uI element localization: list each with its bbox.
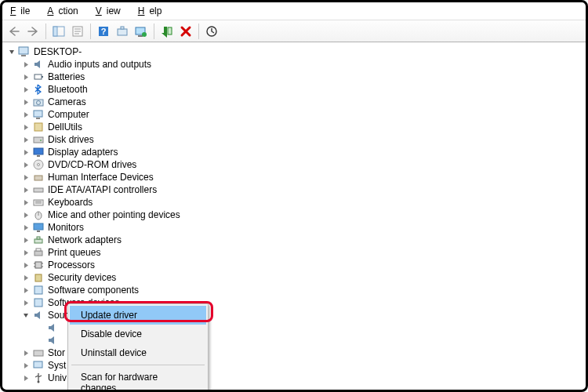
- chevron-right-icon[interactable]: [21, 373, 31, 383]
- properties-button[interactable]: [69, 23, 86, 40]
- svg-rect-29: [37, 155, 40, 157]
- chevron-right-icon[interactable]: [21, 60, 31, 69]
- chevron-right-icon[interactable]: [21, 298, 31, 307]
- chevron-right-icon[interactable]: [21, 122, 31, 132]
- ctx-uninstall-device[interactable]: Uninstall device: [70, 343, 206, 362]
- tree-item[interactable]: Mice and other pointing devices: [4, 209, 584, 221]
- chevron-right-icon[interactable]: [21, 260, 31, 270]
- chevron-right-icon[interactable]: [21, 361, 31, 370]
- security-icon: [32, 271, 45, 284]
- chevron-right-icon[interactable]: [21, 72, 31, 82]
- uninstall-button[interactable]: [177, 23, 194, 40]
- svg-rect-44: [36, 249, 41, 251]
- tree-item[interactable]: Processors: [4, 259, 584, 271]
- tree-item-label: Network adapters: [48, 234, 122, 246]
- scan-button[interactable]: [114, 23, 131, 40]
- tree-item[interactable]: Cameras: [4, 96, 584, 108]
- svg-point-27: [40, 140, 42, 141]
- tree-item[interactable]: Monitors: [4, 221, 584, 234]
- back-button[interactable]: [5, 23, 23, 40]
- svg-rect-20: [42, 76, 43, 78]
- chevron-right-icon[interactable]: [21, 285, 31, 295]
- disk-icon: [32, 133, 45, 146]
- chevron-right-icon[interactable]: [21, 85, 31, 94]
- context-menu: Update driver Disable device Uninstall d…: [67, 303, 209, 392]
- svg-rect-52: [34, 299, 42, 307]
- chevron-right-icon[interactable]: [21, 97, 31, 107]
- tree-item[interactable]: Print queues: [4, 246, 584, 259]
- chevron-right-icon[interactable]: [21, 172, 31, 182]
- enable-button[interactable]: [158, 23, 176, 40]
- ctx-scan-hardware[interactable]: Scan for hardware changes: [70, 368, 206, 392]
- tree-item[interactable]: Disk drives: [4, 133, 584, 146]
- chevron-right-icon[interactable]: [21, 223, 31, 232]
- chevron-right-icon[interactable]: [21, 160, 31, 169]
- tree-item[interactable]: DVD/CD-ROM drives: [4, 158, 584, 171]
- tree-root[interactable]: DESKTOP-: [4, 45, 584, 58]
- chevron-right-icon[interactable]: [21, 210, 31, 220]
- tree-item[interactable]: DellUtils: [4, 121, 584, 133]
- help-button[interactable]: ?: [95, 23, 112, 40]
- tree-item[interactable]: Batteries: [4, 71, 584, 83]
- chevron-right-icon[interactable]: [21, 235, 31, 245]
- menu-view[interactable]: View: [91, 4, 130, 18]
- tree-item-label: Computer: [48, 108, 89, 121]
- chevron-right-icon[interactable]: [21, 348, 31, 358]
- tree-item-label: Display adapters: [48, 146, 118, 158]
- tree-item-label: Univ: [48, 372, 67, 384]
- tree-item[interactable]: Keyboards: [4, 196, 584, 209]
- svg-rect-8: [118, 29, 127, 35]
- chevron-right-icon[interactable]: [21, 273, 31, 282]
- tree-item[interactable]: IDE ATA/ATAPI controllers: [4, 183, 584, 196]
- tree-item-label: Audio inputs and outputs: [48, 58, 151, 71]
- tree-item-label: Stor: [48, 347, 65, 359]
- ctx-separator: [71, 365, 205, 365]
- disable-button[interactable]: [203, 23, 220, 40]
- chevron-right-icon[interactable]: [21, 135, 31, 144]
- tree-root-label: DESKTOP-: [34, 45, 82, 58]
- toolbar: ?: [2, 20, 586, 42]
- ctx-disable-device[interactable]: Disable device: [70, 325, 206, 343]
- tree-item[interactable]: Network adapters: [4, 234, 584, 246]
- chevron-down-icon[interactable]: [21, 310, 31, 320]
- ctx-update-driver[interactable]: Update driver: [70, 306, 206, 325]
- tree-item[interactable]: Display adapters: [4, 146, 584, 158]
- chevron-right-icon[interactable]: [21, 185, 31, 194]
- toolbar-separator: [45, 24, 46, 39]
- tree-item-label: Software components: [48, 284, 139, 296]
- svg-rect-25: [34, 123, 42, 131]
- show-hide-tree-button[interactable]: [50, 23, 67, 40]
- display-icon: [32, 146, 45, 158]
- chevron-right-icon[interactable]: [21, 248, 31, 257]
- menu-help[interactable]: Help: [133, 4, 172, 18]
- update-driver-button[interactable]: [132, 23, 150, 40]
- tree-item[interactable]: Audio inputs and outputs: [4, 58, 584, 71]
- tree-item[interactable]: Bluetooth: [4, 83, 584, 96]
- svg-rect-18: [21, 55, 26, 56]
- chevron-right-icon[interactable]: [21, 147, 31, 157]
- ide-icon: [32, 183, 45, 196]
- tree-item[interactable]: Computer: [4, 108, 584, 121]
- tree-item-label: Disk drives: [48, 133, 94, 146]
- svg-rect-13: [168, 27, 172, 34]
- menubar: File Action View Help: [2, 2, 586, 20]
- mouse-icon: [32, 209, 45, 221]
- svg-rect-41: [34, 239, 42, 243]
- svg-rect-19: [34, 74, 42, 79]
- tree-item[interactable]: Human Interface Devices: [4, 171, 584, 183]
- tree-item[interactable]: Software components: [4, 284, 584, 296]
- forward-button[interactable]: [24, 23, 42, 40]
- tree-item[interactable]: Security devices: [4, 271, 584, 284]
- chevron-down-icon[interactable]: [7, 47, 16, 56]
- folder-icon: [32, 121, 45, 133]
- tree-item-label: Cameras: [48, 96, 86, 108]
- printer-icon: [32, 246, 45, 259]
- menu-action[interactable]: Action: [42, 4, 87, 18]
- monitor-icon: [32, 221, 45, 234]
- chevron-right-icon[interactable]: [21, 110, 31, 119]
- tree-item-label: DVD/CD-ROM drives: [48, 158, 136, 171]
- svg-rect-51: [34, 286, 42, 294]
- svg-point-55: [38, 381, 40, 383]
- menu-file[interactable]: File: [5, 4, 39, 18]
- chevron-right-icon[interactable]: [21, 198, 31, 207]
